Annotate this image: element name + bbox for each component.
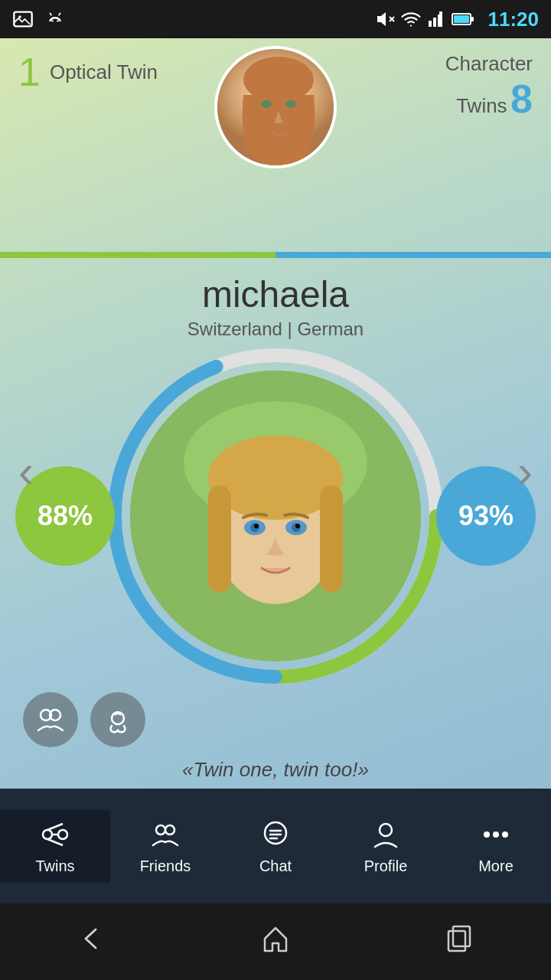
top-face-svg — [217, 49, 337, 168]
back-icon — [77, 923, 107, 954]
char-twins-number: 8 — [510, 77, 533, 121]
svg-rect-14 — [471, 17, 474, 21]
action-icons — [0, 692, 551, 747]
progress-bars — [0, 252, 551, 258]
nav-label-more: More — [478, 858, 514, 875]
nav-label-friends: Friends — [140, 858, 191, 875]
svg-point-33 — [254, 524, 259, 528]
more-nav-icon — [479, 818, 513, 851]
next-arrow[interactable]: › — [517, 445, 533, 498]
mute-icon — [377, 10, 395, 28]
progress-green — [0, 252, 276, 258]
appearance-icon — [103, 704, 133, 735]
nav-item-twins[interactable]: Twins — [0, 810, 110, 883]
twins-icon — [35, 704, 66, 735]
svg-line-4 — [50, 13, 51, 15]
svg-rect-28 — [320, 485, 343, 593]
svg-point-19 — [285, 100, 296, 108]
wifi-icon — [401, 9, 421, 29]
svg-point-87 — [502, 831, 508, 838]
svg-point-18 — [261, 100, 272, 108]
svg-line-5 — [59, 13, 60, 15]
svg-rect-9 — [429, 21, 432, 27]
nav-label-twins: Twins — [35, 858, 74, 875]
user-name: michaela — [0, 273, 551, 315]
friends-nav-icon — [148, 818, 182, 851]
svg-point-74 — [58, 830, 67, 839]
home-icon — [260, 923, 291, 954]
svg-point-78 — [156, 825, 165, 835]
photo-icon — [12, 8, 34, 30]
svg-rect-27 — [208, 485, 231, 593]
nav-item-friends[interactable]: Friends — [110, 810, 220, 883]
status-bar: 11:20 — [0, 0, 551, 38]
svg-point-80 — [265, 822, 286, 844]
svg-point-8 — [409, 25, 411, 27]
svg-point-84 — [380, 824, 392, 836]
circle-section: 88% — [0, 348, 551, 684]
main-face-svg — [130, 371, 421, 662]
top-profile-picture[interactable] — [214, 46, 337, 168]
progress-blue — [276, 252, 551, 258]
status-left-icons — [12, 8, 66, 30]
svg-point-3 — [57, 20, 58, 21]
main-profile-image — [130, 371, 421, 662]
chat-nav-icon — [259, 818, 292, 851]
battery-icon — [452, 11, 474, 27]
optical-twin-label: Optical Twin — [50, 60, 158, 84]
svg-rect-10 — [433, 18, 436, 27]
profile-nav-icon — [369, 818, 403, 851]
nav-item-more[interactable]: More — [441, 810, 551, 883]
svg-rect-15 — [454, 15, 469, 23]
svg-point-2 — [51, 20, 53, 21]
quote-section: «Twin one, twin too!» — [0, 758, 551, 782]
svg-line-76 — [47, 824, 63, 830]
nav-label-profile: Profile — [364, 858, 408, 875]
svg-point-85 — [484, 831, 490, 838]
nav-item-chat[interactable]: Chat — [220, 810, 331, 883]
svg-point-86 — [493, 831, 499, 838]
recents-icon — [444, 923, 474, 954]
svg-rect-12 — [439, 11, 442, 27]
name-section: michaela Switzerland | German — [0, 273, 551, 340]
twins-action-button[interactable] — [23, 692, 78, 747]
main-content: 1 Optical Twin CharacterTwins 8 — [0, 38, 551, 903]
back-button[interactable] — [77, 923, 107, 960]
svg-point-73 — [43, 830, 52, 839]
signal-icon — [427, 10, 445, 28]
optical-twin-number: 1 — [18, 52, 41, 92]
svg-point-34 — [295, 524, 300, 528]
svg-rect-89 — [453, 926, 470, 946]
svg-rect-88 — [448, 931, 465, 951]
top-face-image — [217, 49, 334, 165]
appearance-action-button[interactable] — [90, 692, 145, 747]
status-time: 11:20 — [488, 8, 540, 31]
nav-item-profile[interactable]: Profile — [331, 810, 441, 883]
bottom-navigation: Twins Friends Chat Profile More — [0, 789, 551, 903]
prev-arrow[interactable]: ‹ — [18, 445, 34, 498]
main-circle[interactable] — [107, 348, 444, 684]
home-button[interactable] — [260, 923, 291, 960]
twins-nav-icon — [38, 818, 72, 851]
user-location: Switzerland | German — [0, 318, 551, 340]
nav-label-chat: Chat — [259, 858, 292, 875]
android-nav-bar — [0, 903, 551, 980]
quote-text: «Twin one, twin too!» — [182, 758, 369, 781]
status-right-icons: 11:20 — [377, 8, 540, 31]
svg-point-79 — [165, 825, 174, 835]
recents-button[interactable] — [444, 923, 474, 960]
optical-twin-section: 1 Optical Twin — [18, 52, 158, 92]
svg-line-77 — [47, 839, 63, 845]
character-twins-section: CharacterTwins 8 — [445, 52, 533, 122]
android-icon — [44, 8, 66, 30]
